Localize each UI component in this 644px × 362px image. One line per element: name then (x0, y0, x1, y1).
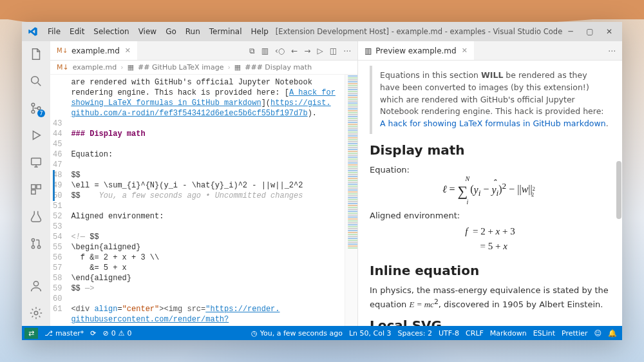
close-preview-tab-icon[interactable]: ✕ (462, 46, 468, 55)
testing-icon[interactable] (28, 209, 44, 224)
go-back-icon[interactable]: ‹○ (275, 46, 285, 55)
accounts-icon[interactable] (28, 278, 44, 294)
tab-example-md[interactable]: M↓ example.md ✕ (50, 41, 137, 60)
code-content[interactable]: are rendered with GitHub's official Jupy… (68, 75, 345, 326)
nav-next-icon[interactable]: → (304, 46, 310, 55)
open-preview-side-icon[interactable]: ▥ (261, 46, 269, 55)
quote1-pre: Equations in this section (380, 70, 481, 80)
indent-spaces[interactable]: Spaces: 2 (398, 329, 432, 338)
explorer-icon[interactable] (28, 46, 44, 62)
activity-bar: 7 (22, 41, 50, 326)
workbench-body: 7 (22, 41, 622, 326)
equation-display: ℓ = ∑Ni (yi − yi)2 − ||w||22 (370, 180, 611, 201)
source-control-icon[interactable]: 7 (28, 100, 44, 116)
minimize-button[interactable]: ─ (565, 27, 576, 36)
branch-name: master* (55, 329, 84, 338)
svg-line-1 (38, 83, 41, 86)
label-aligned: Aligned environment: (370, 209, 611, 222)
editor-area: M↓ example.md ✕ ⧉ ▥ ‹○ ← → ▷ ◫ ⋯ (50, 41, 622, 326)
crumb-section-1: ## GitHub LaTeX image (138, 63, 223, 71)
preview-tab-label: Preview example.md (375, 46, 456, 55)
heading-local-svg: Local SVG (370, 316, 611, 326)
editor-group-preview: ▥ Preview example.md ✕ ⋯ Equations in th… (358, 41, 622, 326)
menu-go[interactable]: Go (162, 25, 180, 38)
breadcrumbs[interactable]: M↓ example.md ›▦ ## GitHub LaTeX image ›… (50, 61, 357, 75)
status-bar: ⇄ ⎇ master* ⟳ ⊘ 0 ⚠ 0 ◷ You, a few secon… (22, 326, 622, 340)
heading-display-math: Display math (370, 140, 611, 160)
git-branch[interactable]: ⎇ master* (44, 329, 84, 338)
remote-explorer-icon[interactable] (28, 155, 44, 170)
svg-point-11 (37, 245, 40, 248)
blockquote-1: Equations in this section WILL be render… (370, 66, 611, 134)
prettier-status[interactable]: Prettier (562, 329, 587, 338)
label-equation: Equation: (370, 164, 611, 176)
git-sync[interactable]: ⟳ (90, 329, 96, 338)
menu-edit[interactable]: Edit (66, 25, 88, 38)
split-editor-icon[interactable]: ◫ (330, 46, 337, 55)
notifications-icon[interactable]: 🔔 (608, 329, 617, 338)
svg-point-12 (33, 281, 38, 286)
svg-rect-7 (37, 185, 41, 189)
menu-view[interactable]: View (135, 25, 160, 38)
text-editor[interactable]: 43444546474849505152535455565758596061 6… (50, 75, 357, 326)
tab-label: example.md (71, 46, 120, 55)
markdown-preview[interactable]: Equations in this section WILL be render… (358, 61, 622, 326)
preview-scrollbar[interactable] (616, 61, 622, 326)
scm-badge: 7 (37, 110, 45, 117)
svg-rect-6 (32, 185, 35, 189)
close-tab-icon[interactable]: ✕ (125, 46, 131, 55)
error-count: 0 (111, 329, 116, 338)
nav-prev-icon[interactable]: ← (291, 46, 298, 55)
more-actions-icon[interactable]: ⋯ (343, 46, 351, 55)
menu-terminal[interactable]: Terminal (205, 25, 246, 38)
run-cell-icon[interactable]: ▷ (317, 46, 323, 55)
settings-gear-icon[interactable] (28, 305, 44, 321)
svg-point-9 (32, 238, 34, 241)
eslint-status[interactable]: ESLint (533, 329, 555, 338)
vscode-logo-icon (27, 26, 39, 37)
warning-count: 0 (128, 329, 132, 338)
encoding[interactable]: UTF-8 (439, 329, 459, 338)
svg-point-10 (32, 245, 34, 248)
inline-post: , discovered in 1905 by Albert Einstein. (439, 300, 603, 309)
menu-file[interactable]: File (44, 25, 64, 38)
cursor-position[interactable]: Ln 50, Col 3 (349, 329, 392, 338)
editor-actions: ⧉ ▥ ‹○ ← → ▷ ◫ ⋯ (249, 46, 357, 55)
menu-help[interactable]: Help (247, 25, 272, 38)
quote1-link[interactable]: A hack for showing LaTeX formulas in Git… (380, 119, 606, 128)
maximize-button[interactable]: ▢ (585, 27, 595, 36)
svg-rect-8 (32, 190, 35, 194)
github-pr-icon[interactable] (28, 236, 44, 251)
editor-group-source: M↓ example.md ✕ ⧉ ▥ ‹○ ← → ▷ ◫ ⋯ (50, 41, 358, 326)
window-title: [Extension Development Host] - example.m… (275, 27, 563, 36)
svg-point-13 (34, 311, 38, 315)
menu-selection[interactable]: Selection (90, 25, 133, 38)
git-blame[interactable]: ◷ You, a few seconds ago (251, 329, 343, 338)
heading-inline: Inline equation (370, 261, 611, 280)
vscode-window: FileEditSelectionViewGoRunTerminalHelp [… (22, 22, 622, 340)
close-button[interactable]: ✕ (604, 27, 614, 36)
svg-point-0 (32, 77, 39, 84)
remote-indicator[interactable]: ⇄ (24, 328, 38, 339)
title-bar: FileEditSelectionViewGoRunTerminalHelp [… (22, 22, 622, 41)
preview-tabs: ▥ Preview example.md ✕ ⋯ (358, 41, 622, 61)
extensions-icon[interactable] (28, 182, 44, 197)
tab-preview[interactable]: ▥ Preview example.md ✕ (358, 41, 474, 60)
menu-run[interactable]: Run (182, 25, 204, 38)
svg-rect-5 (32, 158, 41, 165)
minimap[interactable] (345, 75, 357, 326)
run-debug-icon[interactable] (28, 128, 44, 143)
paragraph-inline: In physics, the mass-energy equivalence … (370, 284, 611, 310)
language-mode[interactable]: Markdown (490, 329, 527, 338)
search-icon[interactable] (28, 73, 44, 89)
svg-point-2 (32, 103, 35, 106)
preview-more-icon[interactable]: ⋯ (608, 46, 616, 55)
scrollbar-thumb[interactable] (616, 161, 621, 219)
line-gutter: 43444546474849505152535455565758596061 6… (50, 75, 68, 326)
editor-tabs: M↓ example.md ✕ ⧉ ▥ ‹○ ← → ▷ ◫ ⋯ (50, 41, 357, 61)
svg-point-3 (32, 110, 35, 113)
eol[interactable]: CRLF (466, 329, 484, 338)
feedback-icon[interactable]: ☺ (594, 329, 601, 338)
toggle-render-icon[interactable]: ⧉ (249, 46, 255, 55)
problems[interactable]: ⊘ 0 ⚠ 0 (102, 329, 131, 338)
